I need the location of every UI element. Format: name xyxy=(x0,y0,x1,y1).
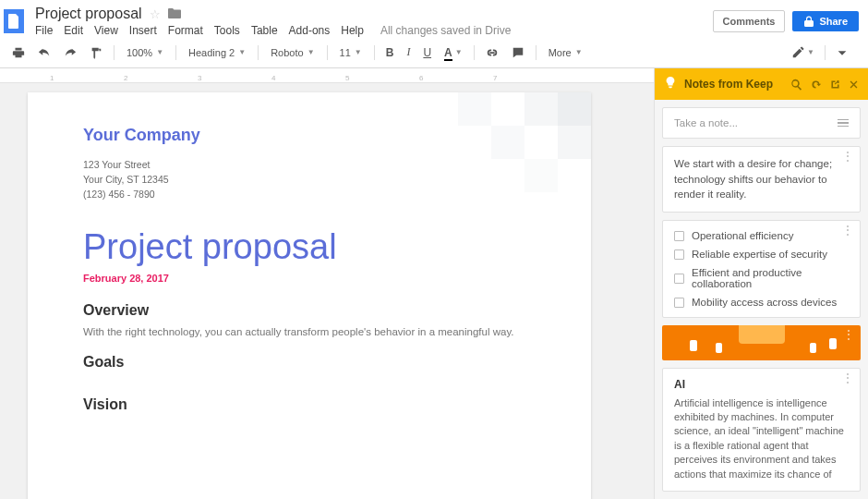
editor-canvas[interactable]: Your Company 123 Your Street Your City, … xyxy=(0,83,654,499)
checklist-item[interactable]: Mobility access across devices xyxy=(674,297,849,308)
expand-icon[interactable] xyxy=(831,43,853,62)
menu-bar: File Edit View Insert Format Tools Table… xyxy=(35,24,713,37)
zoom-dropdown[interactable]: 100%▼ xyxy=(121,45,169,60)
keep-search-icon[interactable] xyxy=(790,79,802,91)
checklist-item[interactable]: Efficient and productive collaboration xyxy=(674,267,849,289)
keep-close-icon[interactable] xyxy=(849,79,859,90)
heading-vision[interactable]: Vision xyxy=(83,396,536,413)
menu-format[interactable]: Format xyxy=(168,24,203,37)
keep-bulb-icon xyxy=(664,76,677,92)
menu-addons[interactable]: Add-ons xyxy=(289,24,331,37)
docs-logo-icon[interactable] xyxy=(4,9,24,33)
checkbox-icon[interactable] xyxy=(674,250,684,260)
checklist-item[interactable]: Operational efficiency xyxy=(674,230,849,241)
insert-comment-icon[interactable] xyxy=(507,43,529,62)
font-family-dropdown[interactable]: Roboto▼ xyxy=(265,45,319,60)
menu-view[interactable]: View xyxy=(94,24,118,37)
document-heading-title[interactable]: Project proposal xyxy=(83,227,536,267)
keep-sidebar: Notes from Keep Take a note... ⋮ We star… xyxy=(654,68,868,499)
paragraph-overview[interactable]: With the right technology, you can actua… xyxy=(83,324,536,340)
ai-note-body: Artificial intelligence is intelligence … xyxy=(674,396,849,481)
document-title[interactable]: Project proposal xyxy=(35,6,142,22)
ai-note-title: AI xyxy=(674,378,849,391)
decorative-corner xyxy=(462,92,591,203)
paragraph-style-dropdown[interactable]: Heading 2▼ xyxy=(183,45,251,60)
keep-take-note[interactable]: Take a note... xyxy=(662,107,861,139)
keep-note-text[interactable]: ⋮ We start with a desire for change; tec… xyxy=(662,146,861,213)
paint-format-icon[interactable] xyxy=(85,43,107,62)
ruler[interactable]: 1 2 3 4 5 6 7 xyxy=(0,68,654,83)
menu-file[interactable]: File xyxy=(35,24,53,37)
heading-goals[interactable]: Goals xyxy=(83,354,536,371)
checkbox-icon[interactable] xyxy=(674,298,684,308)
underline-button[interactable]: U xyxy=(418,43,436,62)
keep-header: Notes from Keep xyxy=(655,68,868,100)
note-menu-icon[interactable]: ⋮ xyxy=(842,333,855,338)
keep-title: Notes from Keep xyxy=(684,78,783,91)
bold-button[interactable]: B xyxy=(381,43,399,62)
note-menu-icon[interactable]: ⋮ xyxy=(841,228,854,234)
share-button[interactable]: Share xyxy=(792,11,859,31)
keep-note-ai[interactable]: ⋮ AI Artificial intelligence is intellig… xyxy=(662,368,861,492)
share-label: Share xyxy=(819,16,848,27)
note-menu-icon[interactable]: ⋮ xyxy=(841,154,854,160)
folder-icon[interactable] xyxy=(168,7,181,21)
note-menu-icon[interactable]: ⋮ xyxy=(841,376,854,382)
text-color-button[interactable]: A▼ xyxy=(440,43,467,62)
more-dropdown[interactable]: More▼ xyxy=(543,45,588,60)
comments-button[interactable]: Comments xyxy=(713,10,786,32)
toolbar: 100%▼ Heading 2▼ Roboto▼ 11▼ B I U A▼ Mo… xyxy=(0,37,868,68)
new-list-icon[interactable] xyxy=(838,119,849,128)
editing-mode-icon[interactable]: ▼ xyxy=(787,43,819,62)
heading-overview[interactable]: Overview xyxy=(83,302,536,319)
document-page[interactable]: Your Company 123 Your Street Your City, … xyxy=(28,92,591,499)
keep-note-checklist[interactable]: ⋮ Operational efficiency Reliable expert… xyxy=(662,220,861,318)
checklist-item[interactable]: Reliable expertise of security xyxy=(674,249,849,260)
undo-icon[interactable] xyxy=(33,43,55,62)
redo-icon[interactable] xyxy=(59,43,81,62)
save-status: All changes saved in Drive xyxy=(380,24,511,37)
star-icon[interactable]: ☆ xyxy=(150,7,161,21)
keep-refresh-icon[interactable] xyxy=(810,79,822,91)
document-date[interactable]: February 28, 2017 xyxy=(83,273,536,284)
checkbox-icon[interactable] xyxy=(674,231,684,241)
checkbox-icon[interactable] xyxy=(674,274,684,284)
keep-open-icon[interactable] xyxy=(829,79,841,91)
take-note-placeholder: Take a note... xyxy=(674,117,738,128)
insert-link-icon[interactable] xyxy=(481,43,503,62)
print-icon[interactable] xyxy=(7,43,30,62)
menu-tools[interactable]: Tools xyxy=(214,24,240,37)
menu-insert[interactable]: Insert xyxy=(129,24,157,37)
menu-table[interactable]: Table xyxy=(251,24,278,37)
font-size-dropdown[interactable]: 11▼ xyxy=(334,45,368,60)
menu-edit[interactable]: Edit xyxy=(64,24,83,37)
keep-note-image[interactable]: ⋮ xyxy=(662,325,861,360)
italic-button[interactable]: I xyxy=(402,43,415,62)
menu-help[interactable]: Help xyxy=(341,24,364,37)
lock-icon xyxy=(803,16,814,27)
